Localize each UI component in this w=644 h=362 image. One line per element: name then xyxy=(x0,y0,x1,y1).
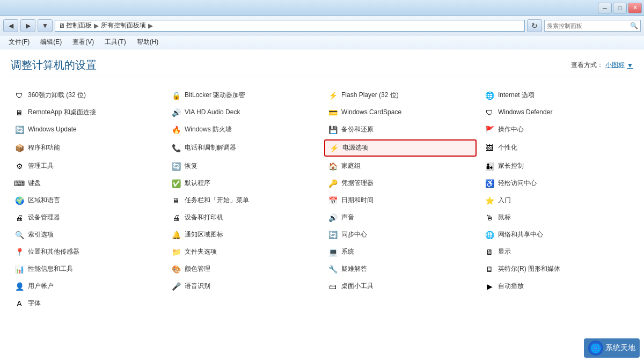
main-content: 调整计算机的设置 查看方式： 小图标 ▼ 🛡360强力卸载 (32 位)🔒Bit… xyxy=(0,49,644,362)
icon-img-icon-programs: 📦 xyxy=(14,143,25,153)
icon-item-icon-system[interactable]: 💻系统 xyxy=(324,245,477,260)
search-box[interactable]: 🔍 xyxy=(544,20,641,32)
icon-img-icon-getstarted: ⭐ xyxy=(484,195,495,206)
window-controls: ─ □ ✕ xyxy=(598,3,642,13)
view-dropdown-icon[interactable]: ▼ xyxy=(627,62,633,69)
icon-label-icon-360: 360强力卸载 (32 位) xyxy=(28,91,86,100)
content-header: 调整计算机的设置 查看方式： 小图标 ▼ xyxy=(11,58,633,77)
icon-item-icon-user[interactable]: 👤用户帐户 xyxy=(11,279,163,294)
icon-img-icon-folder: 📁 xyxy=(171,247,181,257)
icon-item-icon-indexopt[interactable]: 🔍索引选项 xyxy=(11,227,163,242)
icon-img-icon-synccenter: 🔄 xyxy=(327,230,338,240)
icon-label-icon-security: 操作中心 xyxy=(498,125,524,134)
icon-item-icon-autoplay[interactable]: ▶自动播放 xyxy=(481,279,633,294)
icon-item-icon-access[interactable]: ♿轻松访问中心 xyxy=(481,176,633,191)
icon-img-icon-bitlocker: 🔒 xyxy=(171,90,181,101)
maximize-button[interactable]: □ xyxy=(613,3,627,13)
icon-item-icon-credential[interactable]: 🔑凭据管理器 xyxy=(324,176,477,191)
icon-item-icon-intel[interactable]: 🖥英特尔(R) 图形和媒体 xyxy=(481,262,633,277)
view-mode[interactable]: 小图标 xyxy=(605,61,625,70)
icon-item-icon-flash[interactable]: ⚡Flash Player (32 位) xyxy=(324,88,477,103)
icon-label-icon-getstarted: 入门 xyxy=(498,196,511,205)
icon-item-icon-phone[interactable]: 📞电话和调制解调器 xyxy=(167,139,320,157)
breadcrumb-current[interactable]: 所有控制面板项 xyxy=(101,21,146,30)
icon-item-icon-troubleshoot[interactable]: 🔧疑难解答 xyxy=(324,262,477,277)
icon-item-icon-devmgr[interactable]: 🖨设备管理器 xyxy=(11,210,163,225)
icon-item-icon-taskbar[interactable]: 🖥任务栏和「开始」菜单 xyxy=(167,193,320,208)
icon-item-icon-default[interactable]: ✅默认程序 xyxy=(167,176,320,191)
icon-item-icon-sound[interactable]: 🔊声音 xyxy=(324,210,477,225)
icon-img-icon-keyboard: ⌨ xyxy=(14,178,25,189)
icon-item-icon-360[interactable]: 🛡360强力卸载 (32 位) xyxy=(11,88,163,103)
icon-item-icon-getstarted[interactable]: ⭐入门 xyxy=(481,193,633,208)
close-button[interactable]: ✕ xyxy=(628,3,642,13)
icon-item-icon-folder[interactable]: 📁文件夹选项 xyxy=(167,245,320,260)
menu-file[interactable]: 文件(F) xyxy=(4,36,34,48)
address-breadcrumb[interactable]: 🖥 控制面板 ▶ 所有控制面板项 ▶ xyxy=(55,20,525,32)
menu-edit[interactable]: 编辑(E) xyxy=(36,36,66,48)
minimize-button[interactable]: ─ xyxy=(598,3,612,13)
icon-label-icon-defender: Windows Defender xyxy=(498,108,552,117)
icon-item-icon-datetime[interactable]: 📅日期和时间 xyxy=(324,193,477,208)
menu-view[interactable]: 查看(V) xyxy=(68,36,98,48)
icon-item-icon-parental[interactable]: 👨‍👧家长控制 xyxy=(481,159,633,174)
icon-item-icon-personalize[interactable]: 🖼个性化 xyxy=(481,139,633,157)
watermark-label: 系统天地 xyxy=(605,343,635,353)
icon-item-icon-region[interactable]: 🌍区域和语言 xyxy=(11,193,163,208)
icon-item-icon-gadget[interactable]: 🗃桌面小工具 xyxy=(324,279,477,294)
icon-label-icon-personalize: 个性化 xyxy=(498,144,517,152)
icon-img-icon-access: ♿ xyxy=(484,178,495,189)
menu-help[interactable]: 帮助(H) xyxy=(133,36,163,48)
icon-item-icon-manage[interactable]: ⚙管理工具 xyxy=(11,159,163,174)
icon-item-icon-internet[interactable]: 🌐Internet 选项 xyxy=(481,88,633,103)
icon-item-icon-synccenter[interactable]: 🔄同步中心 xyxy=(324,227,477,242)
icon-item-icon-perf[interactable]: 📊性能信息和工具 xyxy=(11,262,163,277)
recent-button[interactable]: ▼ xyxy=(38,19,53,32)
icon-item-icon-viahd[interactable]: 🔊VIA HD Audio Deck xyxy=(167,105,320,120)
icon-label-icon-parental: 家长控制 xyxy=(498,162,524,171)
icon-item-icon-mouse[interactable]: 🖱鼠标 xyxy=(481,210,633,225)
icon-item-icon-defender[interactable]: 🛡Windows Defender xyxy=(481,105,633,120)
icon-item-icon-programs[interactable]: 📦程序和功能 xyxy=(11,139,163,157)
icon-label-icon-color: 颜色管理 xyxy=(185,265,210,274)
icon-item-icon-notify[interactable]: 🔔通知区域图标 xyxy=(167,227,320,242)
back-button[interactable]: ◀ xyxy=(3,19,18,32)
forward-button[interactable]: ▶ xyxy=(20,19,35,32)
icon-item-icon-display[interactable]: 🖥显示 xyxy=(481,245,633,260)
icon-item-icon-security[interactable]: 🚩操作中心 xyxy=(481,122,633,137)
icon-item-icon-restore[interactable]: 🔄恢复 xyxy=(167,159,320,174)
icon-item-icon-devprint[interactable]: 🖨设备和打印机 xyxy=(167,210,320,225)
icon-item-icon-backup[interactable]: 💾备份和还原 xyxy=(324,122,477,137)
icon-img-icon-datetime: 📅 xyxy=(327,195,338,206)
icon-label-icon-restore: 恢复 xyxy=(185,162,197,171)
icon-item-icon-homegroup[interactable]: 🏠家庭组 xyxy=(324,159,477,174)
icon-item-icon-font[interactable]: A字体 xyxy=(11,296,163,311)
icon-img-icon-backup: 💾 xyxy=(327,124,338,135)
icon-img-icon-parental: 👨‍👧 xyxy=(484,161,495,172)
icon-item-icon-keyboard[interactable]: ⌨键盘 xyxy=(11,176,163,191)
icon-label-icon-credential: 凭据管理器 xyxy=(341,179,374,188)
page-title: 调整计算机的设置 xyxy=(11,58,97,72)
icon-img-icon-cardspace: 💳 xyxy=(327,107,338,118)
icon-img-icon-system: 💻 xyxy=(327,247,338,257)
icon-img-icon-intel: 🖥 xyxy=(484,264,495,275)
breadcrumb-root[interactable]: 控制面板 xyxy=(66,21,92,30)
icon-item-icon-color[interactable]: 🎨颜色管理 xyxy=(167,262,320,277)
icon-item-icon-network[interactable]: 🌐网络和共享中心 xyxy=(481,227,633,242)
menu-tools[interactable]: 工具(T) xyxy=(100,36,130,48)
icon-item-icon-power[interactable]: ⚡电源选项 xyxy=(324,139,477,157)
icon-item-icon-cardspace[interactable]: 💳Windows CardSpace xyxy=(324,105,477,120)
icon-item-icon-remoteapp[interactable]: 🖥RemoteApp 和桌面连接 xyxy=(11,105,163,120)
icon-item-icon-speech[interactable]: 🎤语音识别 xyxy=(167,279,320,294)
refresh-button[interactable]: ↻ xyxy=(527,19,542,32)
search-input[interactable] xyxy=(547,23,628,29)
icon-item-icon-bitlocker[interactable]: 🔒BitLocker 驱动器加密 xyxy=(167,88,320,103)
icon-item-icon-winupdate[interactable]: 🔄Windows Update xyxy=(11,122,163,137)
icon-label-icon-devmgr: 设备管理器 xyxy=(28,213,60,222)
icon-label-icon-sound: 声音 xyxy=(341,213,354,222)
search-icon: 🔍 xyxy=(630,22,638,29)
icon-item-icon-location[interactable]: 📍位置和其他传感器 xyxy=(11,245,163,260)
icon-img-icon-homegroup: 🏠 xyxy=(327,161,338,172)
view-options: 查看方式： 小图标 ▼ xyxy=(571,61,633,70)
icon-item-icon-winfirewall[interactable]: 🔥Windows 防火墙 xyxy=(167,122,320,137)
